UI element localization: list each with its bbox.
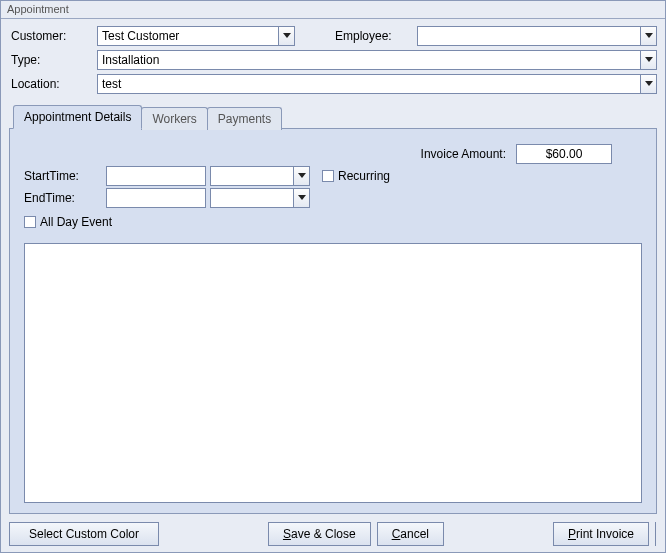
type-combo[interactable]: Installation — [97, 50, 657, 70]
recurring-checkbox[interactable] — [322, 170, 334, 182]
location-value: test — [98, 77, 640, 91]
end-time-combo[interactable] — [210, 188, 310, 208]
svg-marker-5 — [298, 195, 306, 200]
svg-marker-3 — [645, 81, 653, 86]
dropdown-icon[interactable] — [640, 27, 656, 45]
customer-label: Customer: — [9, 29, 97, 43]
svg-marker-0 — [283, 33, 291, 38]
notes-textarea[interactable] — [24, 243, 642, 503]
type-label: Type: — [9, 53, 97, 67]
resize-grip[interactable] — [655, 522, 659, 546]
dropdown-icon[interactable] — [278, 27, 294, 45]
customer-combo[interactable]: Test Customer — [97, 26, 295, 46]
dropdown-icon[interactable] — [640, 75, 656, 93]
select-color-button[interactable]: Select Custom Color — [9, 522, 159, 546]
cancel-button[interactable]: Cancel — [377, 522, 444, 546]
tab-details[interactable]: Appointment Details — [13, 105, 142, 129]
location-label: Location: — [9, 77, 97, 91]
end-date-field[interactable] — [106, 188, 206, 208]
type-value: Installation — [98, 53, 640, 67]
appointment-window: Appointment Customer: Test Customer Empl… — [0, 0, 666, 553]
invoice-amount-field[interactable]: $60.00 — [516, 144, 612, 164]
dropdown-icon[interactable] — [640, 51, 656, 69]
invoice-amount-label: Invoice Amount: — [421, 147, 506, 161]
tab-workers[interactable]: Workers — [141, 107, 207, 130]
svg-marker-1 — [645, 33, 653, 38]
save-close-button[interactable]: Save & Close — [268, 522, 371, 546]
window-title: Appointment — [1, 1, 665, 19]
print-invoice-button[interactable]: Print Invoice — [553, 522, 649, 546]
employee-combo[interactable] — [417, 26, 657, 46]
customer-value: Test Customer — [98, 29, 278, 43]
tab-payments[interactable]: Payments — [207, 107, 282, 130]
start-time-combo[interactable] — [210, 166, 310, 186]
svg-marker-4 — [298, 173, 306, 178]
footer: Select Custom Color Save & Close Cancel … — [1, 518, 665, 552]
end-time-label: EndTime: — [24, 191, 106, 205]
start-time-label: StartTime: — [24, 169, 106, 183]
dropdown-icon[interactable] — [293, 167, 309, 185]
employee-label: Employee: — [335, 29, 417, 43]
header-form: Customer: Test Customer Employee: Type: … — [1, 19, 665, 105]
tabs: Appointment Details Workers Payments — [9, 105, 657, 129]
recurring-label: Recurring — [338, 169, 390, 183]
details-panel: Invoice Amount: $60.00 StartTime: Recurr… — [9, 128, 657, 514]
all-day-label: All Day Event — [40, 215, 112, 229]
start-date-field[interactable] — [106, 166, 206, 186]
all-day-checkbox[interactable] — [24, 216, 36, 228]
svg-marker-2 — [645, 57, 653, 62]
location-combo[interactable]: test — [97, 74, 657, 94]
dropdown-icon[interactable] — [293, 189, 309, 207]
